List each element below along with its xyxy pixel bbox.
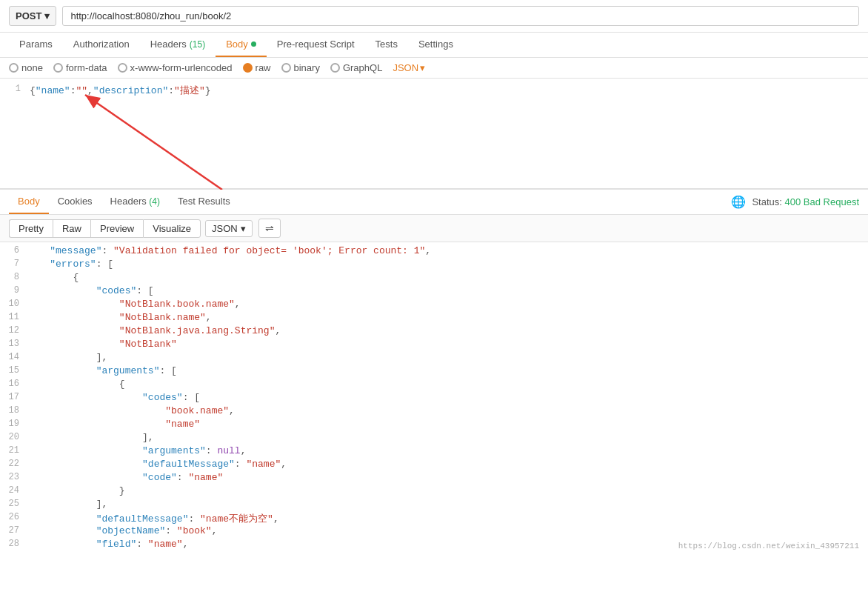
resp-tab-body-label: Body: [18, 196, 40, 207]
resp-json-label: JSON: [212, 223, 238, 234]
tab-tests[interactable]: Tests: [365, 33, 408, 57]
json-type-dropdown[interactable]: JSON ▾: [393, 62, 425, 73]
option-form-data-label: form-data: [66, 62, 107, 73]
body-options: none form-data x-www-form-urlencoded raw…: [0, 58, 868, 79]
response-body: 6 "message": "Validation failed for obje…: [0, 242, 868, 555]
tab-settings-label: Settings: [418, 39, 453, 50]
method-dropdown[interactable]: POST ▾: [9, 6, 56, 26]
tab-headers-count: (15): [190, 39, 205, 50]
response-toolbar: Pretty Raw Preview Visualize JSON ▾ ⇌: [0, 215, 868, 242]
tab-params[interactable]: Params: [9, 33, 63, 57]
resp-line-14: 14 ],: [0, 352, 868, 365]
resp-line-27: 27 "objectName": "book",: [0, 525, 868, 539]
tab-headers-label: Headers: [150, 39, 187, 50]
option-none-label: none: [21, 62, 43, 73]
tab-body-label: Body: [226, 39, 248, 50]
resp-tab-test-results-label: Test Results: [178, 196, 230, 207]
option-x-www-label: x-www-form-urlencoded: [130, 62, 233, 73]
tab-tests-label: Tests: [375, 39, 398, 50]
request-body-editor[interactable]: 1 {"name":"","description":"描述"}: [0, 79, 868, 190]
resp-line-24: 24 }: [0, 485, 868, 499]
url-input[interactable]: [62, 6, 859, 26]
editor-line-1: 1 {"name":"","description":"描述"}: [0, 83, 868, 98]
tab-body[interactable]: Body: [216, 33, 267, 57]
watermark: https://blog.csdn.net/weixin_43957211: [678, 542, 859, 550]
resp-line-18: 18 "book.name",: [0, 405, 868, 419]
resp-tab-test-results[interactable]: Test Results: [169, 190, 239, 214]
resp-line-13: 13 "NotBlank": [0, 339, 868, 352]
resp-line-16: 16 {: [0, 379, 868, 392]
tab-pre-request[interactable]: Pre-request Script: [267, 33, 365, 57]
tab-pre-request-label: Pre-request Script: [277, 39, 355, 50]
editor-line-content-1: {"name":"","description":"描述"}: [30, 84, 868, 97]
radio-none-icon: [9, 63, 19, 73]
resp-line-22: 22 "defaultMessage": "name",: [0, 459, 868, 472]
response-section: Body Cookies Headers (4) Test Results 🌐 …: [0, 190, 868, 555]
method-chevron-icon: ▾: [44, 10, 50, 21]
resp-line-17: 17 "codes": [: [0, 392, 868, 405]
option-graphql-label: GraphQL: [343, 62, 382, 73]
status-text: Status: 400 Bad Request: [752, 196, 859, 207]
radio-form-data-icon: [53, 63, 63, 73]
option-raw-label: raw: [256, 62, 271, 73]
resp-tab-body[interactable]: Body: [9, 190, 49, 214]
option-raw[interactable]: raw: [243, 62, 271, 73]
method-label: POST: [16, 10, 41, 21]
resp-line-7: 7 "errors": [: [0, 259, 868, 272]
resp-line-15: 15 "arguments": [: [0, 365, 868, 379]
filter-icon-btn[interactable]: ⇌: [258, 219, 281, 238]
resp-line-10: 10 "NotBlank.book.name",: [0, 299, 868, 312]
tab-authorization-label: Authorization: [73, 39, 130, 50]
tab-settings[interactable]: Settings: [408, 33, 464, 57]
resp-tab-headers[interactable]: Headers (4): [101, 190, 169, 214]
status-code: 400 Bad Request: [785, 196, 859, 207]
resp-line-20: 20 ],: [0, 432, 868, 445]
radio-raw-icon: [243, 63, 253, 73]
resp-line-12: 12 "NotBlank.java.lang.String",: [0, 325, 868, 339]
tab-params-label: Params: [19, 39, 53, 50]
option-x-www[interactable]: x-www-form-urlencoded: [118, 62, 233, 73]
radio-graphql-icon: [330, 63, 340, 73]
status-badge: 🌐 Status: 400 Bad Request: [731, 195, 859, 209]
tab-body-dot: [251, 41, 256, 47]
resp-btn-preview[interactable]: Preview: [90, 219, 143, 238]
resp-json-dropdown[interactable]: JSON ▾: [205, 220, 253, 237]
request-tabs: Params Authorization Headers (15) Body P…: [0, 33, 868, 58]
resp-line-25: 25 ],: [0, 499, 868, 512]
option-graphql[interactable]: GraphQL: [330, 62, 382, 73]
resp-tab-headers-label: Headers: [110, 196, 150, 207]
globe-icon: 🌐: [731, 195, 746, 209]
url-bar: POST ▾: [0, 0, 868, 33]
resp-tab-headers-count: (4): [149, 196, 160, 207]
editor-line-num-1: 1: [0, 84, 30, 94]
radio-x-www-icon: [118, 63, 127, 73]
resp-tab-cookies[interactable]: Cookies: [49, 190, 101, 214]
filter-icon: ⇌: [265, 222, 274, 234]
resp-line-6: 6 "message": "Validation failed for obje…: [0, 245, 868, 259]
option-form-data[interactable]: form-data: [53, 62, 107, 73]
option-none[interactable]: none: [9, 62, 43, 73]
option-binary[interactable]: binary: [281, 62, 320, 73]
radio-binary-icon: [281, 63, 291, 73]
tab-authorization[interactable]: Authorization: [63, 33, 140, 57]
svg-line-1: [85, 95, 222, 190]
resp-line-19: 19 "name": [0, 419, 868, 432]
resp-btn-raw[interactable]: Raw: [53, 219, 90, 238]
resp-line-26: 26 "defaultMessage": "name不能为空",: [0, 512, 868, 525]
resp-line-11: 11 "NotBlank.name",: [0, 312, 868, 325]
resp-line-9: 9 "codes": [: [0, 285, 868, 299]
resp-json-chevron-icon: ▾: [241, 223, 246, 234]
json-type-chevron-icon: ▾: [420, 62, 425, 73]
resp-line-8: 8 {: [0, 272, 868, 285]
response-tabs: Body Cookies Headers (4) Test Results 🌐 …: [0, 190, 868, 215]
resp-tab-cookies-label: Cookies: [58, 196, 93, 207]
resp-btn-visualize[interactable]: Visualize: [143, 219, 201, 238]
json-type-label: JSON: [393, 62, 418, 73]
resp-line-21: 21 "arguments": null,: [0, 445, 868, 459]
option-binary-label: binary: [294, 62, 320, 73]
resp-line-23: 23 "code": "name": [0, 472, 868, 485]
tab-headers[interactable]: Headers (15): [140, 33, 216, 57]
resp-btn-pretty[interactable]: Pretty: [9, 219, 53, 238]
